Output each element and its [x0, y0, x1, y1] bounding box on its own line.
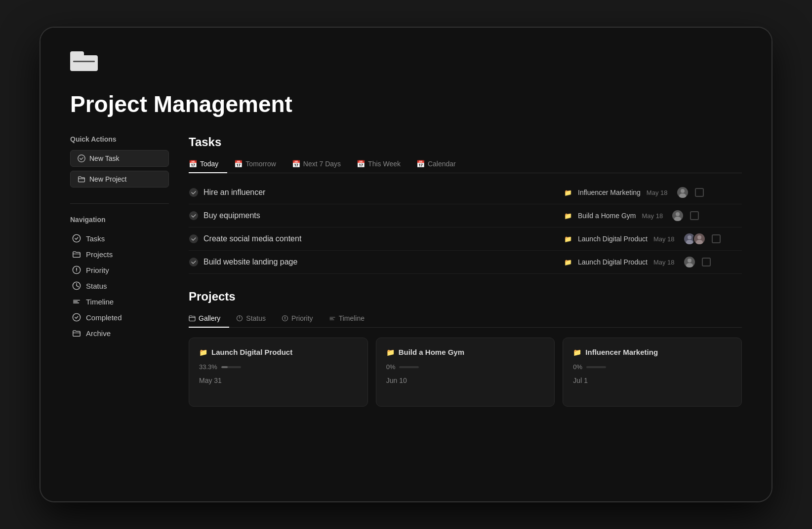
tab-priority-label: Priority: [291, 314, 313, 322]
priority-tab-icon: [282, 315, 288, 322]
sidebar-item-priority[interactable]: Priority: [70, 262, 169, 278]
tab-tomorrow[interactable]: 📅 Tomorrow: [234, 156, 284, 173]
nav-status-label: Status: [86, 282, 107, 290]
task-checkbox[interactable]: [712, 234, 721, 243]
navigation-label: Navigation: [70, 216, 169, 224]
project-card[interactable]: 📁 Build a Home Gym 0% Jun 10: [376, 338, 555, 407]
task-date: May 18: [647, 189, 670, 196]
sidebar-item-tasks[interactable]: Tasks: [70, 230, 169, 246]
task-name: Create social media content: [203, 234, 301, 243]
task-avatars: [671, 209, 684, 222]
table-row: Create social media content 📁 Launch Dig…: [189, 227, 742, 251]
calendar-next7-icon: 📅: [292, 160, 300, 168]
project-card-folder-icon: 📁: [573, 348, 581, 356]
tasks-section: Tasks 📅 Today 📅 Tomorrow 📅: [189, 135, 742, 274]
sidebar-item-status[interactable]: Status: [70, 278, 169, 294]
calendar-thisweek-icon: 📅: [357, 160, 365, 168]
project-card-header: 📁 Influencer Marketing: [573, 348, 731, 356]
task-right: 📁 Influencer Marketing May 18: [564, 186, 742, 199]
task-check-icon: [189, 257, 199, 267]
task-avatars: [683, 256, 696, 268]
project-progress: 0%: [386, 363, 545, 371]
project-card-folder-icon: 📁: [386, 348, 395, 356]
task-list: Hire an influencer 📁 Influencer Marketin…: [189, 181, 742, 274]
task-project-name: Launch Digital Product: [578, 235, 648, 243]
task-avatars: [683, 232, 706, 245]
svg-point-25: [697, 235, 701, 239]
project-card-header: 📁 Launch Digital Product: [199, 348, 358, 356]
project-progress: 33.3%: [199, 363, 358, 371]
task-name: Buy equipments: [203, 211, 260, 220]
tab-calendar[interactable]: 📅 Calendar: [416, 156, 465, 173]
svg-point-22: [688, 235, 691, 239]
project-card[interactable]: 📁 Influencer Marketing 0% Jul 1: [563, 338, 742, 407]
tab-today-label: Today: [200, 160, 218, 168]
tab-tomorrow-label: Tomorrow: [245, 160, 276, 168]
task-checkbox[interactable]: [702, 258, 711, 266]
tab-status[interactable]: Status: [236, 310, 275, 327]
progress-text: 33.3%: [199, 363, 217, 371]
svg-point-29: [688, 259, 691, 263]
app-container: Project Management Quick Actions New Tas…: [41, 28, 771, 501]
projects-section: Projects Gallery: [189, 290, 742, 482]
task-left: Build website landing page: [189, 257, 564, 267]
tab-next7days[interactable]: 📅 Next 7 Days: [292, 156, 350, 173]
nav-completed-label: Completed: [86, 313, 122, 322]
svg-point-18: [676, 212, 680, 216]
svg-point-0: [78, 155, 85, 162]
tab-gallery[interactable]: Gallery: [189, 310, 229, 327]
projects-section-title: Projects: [189, 290, 742, 303]
calendar-tomorrow-icon: 📅: [234, 160, 243, 168]
progress-bar-fill: [221, 366, 228, 368]
sidebar-item-timeline[interactable]: Timeline: [70, 294, 169, 309]
project-date: Jun 10: [386, 377, 545, 384]
svg-point-14: [681, 189, 685, 193]
nav-priority-label: Priority: [86, 266, 109, 274]
tab-status-label: Status: [246, 314, 266, 322]
tab-timeline[interactable]: Timeline: [329, 310, 373, 327]
table-row: Build website landing page 📁 Launch Digi…: [189, 251, 742, 274]
tab-priority[interactable]: Priority: [282, 310, 322, 327]
task-project-name: Launch Digital Product: [578, 258, 648, 266]
svg-point-16: [189, 211, 198, 220]
avatar: [693, 232, 706, 245]
tab-thisweek[interactable]: 📅 This Week: [357, 156, 409, 173]
task-check-icon: [189, 188, 199, 197]
tasks-section-title: Tasks: [189, 135, 742, 149]
task-avatars: [676, 186, 689, 199]
folder-icon: [78, 175, 85, 183]
projects-nav-icon: [72, 250, 81, 259]
task-name: Hire an influencer: [203, 188, 265, 197]
projects-tab-bar: Gallery Status: [189, 310, 742, 328]
tab-today[interactable]: 📅 Today: [189, 156, 227, 173]
task-checkbox[interactable]: [690, 211, 699, 220]
calendar-tab-icon: 📅: [189, 160, 197, 168]
project-card-title: Launch Digital Product: [211, 348, 292, 356]
progress-bar-bg: [399, 366, 419, 368]
new-project-label: New Project: [89, 175, 126, 183]
tasks-tab-bar: 📅 Today 📅 Tomorrow 📅 Next 7 Days 📅: [189, 156, 742, 173]
main-layout: Quick Actions New Task New Pr: [70, 135, 742, 482]
nav-projects-label: Projects: [86, 250, 113, 259]
sidebar: Quick Actions New Task New Pr: [70, 135, 169, 482]
main-content: Tasks 📅 Today 📅 Tomorrow 📅: [189, 135, 742, 482]
new-task-button[interactable]: New Task: [70, 150, 169, 167]
new-project-button[interactable]: New Project: [70, 171, 169, 188]
calendar-cal-icon: 📅: [416, 160, 425, 168]
project-card-folder-icon: 📁: [199, 348, 207, 356]
svg-point-34: [284, 319, 285, 320]
quick-actions-label: Quick Actions: [70, 135, 169, 143]
project-card[interactable]: 📁 Launch Digital Product 33.3% May 31: [189, 338, 368, 407]
task-check-icon: [189, 211, 199, 221]
project-card-header: 📁 Build a Home Gym: [386, 348, 545, 356]
sidebar-item-projects[interactable]: Projects: [70, 246, 169, 262]
table-row: Buy equipments 📁 Build a Home Gym May 18: [189, 204, 742, 227]
sidebar-item-completed[interactable]: Completed: [70, 309, 169, 325]
svg-point-10: [73, 313, 80, 321]
timeline-tab-icon: [329, 315, 336, 322]
task-checkbox[interactable]: [695, 188, 704, 197]
sidebar-item-archive[interactable]: Archive: [70, 325, 169, 341]
task-name: Build website landing page: [203, 258, 297, 266]
task-right: 📁 Build a Home Gym May 18: [564, 209, 742, 222]
task-project-name: Build a Home Gym: [578, 212, 636, 220]
